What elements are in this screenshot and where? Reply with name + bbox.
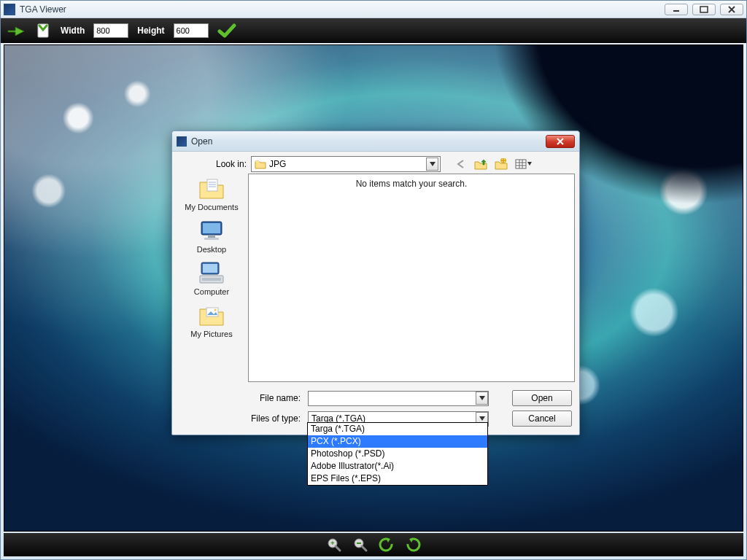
filetype-option[interactable]: PCX (*.PCX) — [308, 435, 487, 448]
svg-rect-21 — [208, 235, 215, 238]
svg-rect-26 — [202, 278, 221, 281]
svg-rect-0 — [673, 10, 679, 12]
window-controls — [665, 4, 743, 15]
place-label: Computer — [177, 287, 247, 296]
lookin-value: JPG — [269, 159, 423, 169]
desktop-icon — [197, 217, 226, 244]
open-file-button[interactable] — [7, 23, 26, 39]
close-button[interactable] — [720, 4, 743, 15]
open-arrow-icon — [7, 23, 26, 39]
zoom-out-icon — [352, 537, 368, 553]
lookin-row: Look in: JPG — [172, 152, 579, 174]
filetype-option[interactable]: Photoshop (*.PSD) — [308, 448, 487, 460]
view-menu-icon — [515, 158, 533, 170]
svg-rect-22 — [204, 238, 219, 240]
place-my-documents[interactable]: My Documents — [177, 175, 247, 211]
filetype-option[interactable]: Targa (*.TGA) — [308, 423, 487, 435]
width-input[interactable] — [93, 23, 128, 38]
cancel-button[interactable]: Cancel — [512, 411, 572, 427]
folder-pictures-icon — [197, 302, 226, 328]
dialog-body: My Documents Desktop — [177, 174, 575, 382]
place-computer[interactable]: Computer — [177, 260, 247, 296]
up-one-level-button[interactable] — [474, 158, 487, 170]
place-label: Desktop — [177, 245, 247, 254]
open-button[interactable]: Open — [512, 390, 572, 406]
zoom-in-icon: + — [326, 537, 342, 553]
view-menu-button[interactable] — [515, 158, 533, 170]
width-label: Width — [61, 26, 85, 36]
rotate-right-button[interactable] — [405, 537, 421, 553]
save-doc-icon — [34, 23, 52, 39]
svg-rect-1 — [700, 7, 708, 12]
rotate-left-button[interactable] — [379, 537, 395, 553]
height-input[interactable] — [174, 23, 209, 38]
apply-size-button[interactable] — [217, 23, 236, 39]
lookin-combo[interactable]: JPG — [251, 156, 441, 172]
maximize-icon — [700, 6, 708, 13]
folder-documents-icon — [197, 175, 226, 201]
filename-field[interactable] — [308, 391, 489, 406]
rotate-left-icon — [379, 537, 395, 553]
folder-up-icon — [474, 158, 487, 170]
computer-icon — [197, 260, 226, 286]
zoom-in-button[interactable]: + — [326, 537, 342, 553]
app-icon — [4, 4, 15, 15]
lookin-label: Look in: — [178, 159, 247, 169]
svg-line-4 — [336, 546, 340, 551]
chevron-down-icon — [430, 162, 436, 166]
svg-rect-10 — [516, 160, 526, 168]
place-label: My Pictures — [177, 330, 247, 338]
svg-rect-20 — [203, 223, 220, 233]
chevron-down-icon — [479, 416, 485, 421]
arrow-left-icon — [455, 159, 467, 169]
dialog-close-button[interactable] — [546, 135, 575, 148]
back-button[interactable] — [455, 159, 467, 169]
place-label: My Documents — [177, 203, 247, 211]
close-icon — [556, 138, 565, 145]
lookin-dropdown-arrow[interactable] — [426, 158, 438, 171]
rotate-right-icon — [405, 537, 421, 553]
chevron-down-icon — [479, 396, 485, 400]
check-icon — [217, 23, 236, 39]
app-title: TGA Viewer — [20, 4, 66, 15]
svg-rect-27 — [206, 308, 218, 316]
filename-dropdown-arrow[interactable] — [476, 392, 488, 405]
dialog-titlebar[interactable]: Open — [172, 131, 579, 152]
main-toolbar: Width Height — [1, 18, 746, 43]
open-dialog: Open Look in: JPG — [171, 131, 580, 435]
zoom-out-button[interactable] — [352, 537, 368, 553]
empty-message: No items match your search. — [356, 179, 468, 381]
maximize-button[interactable] — [692, 4, 716, 15]
main-titlebar: TGA Viewer — [1, 1, 746, 18]
dialog-nav-icons — [455, 158, 533, 170]
dialog-app-icon — [177, 136, 187, 147]
filetype-label: Files of type: — [177, 413, 301, 424]
new-folder-button[interactable] — [495, 158, 508, 170]
svg-line-7 — [362, 546, 366, 551]
minimize-button[interactable] — [665, 4, 688, 15]
svg-rect-15 — [207, 179, 217, 191]
filetype-dropdown-list[interactable]: Targa (*.TGA)PCX (*.PCX)Photoshop (*.PSD… — [307, 422, 488, 486]
svg-rect-24 — [203, 264, 217, 273]
minimize-icon — [672, 7, 681, 12]
svg-point-28 — [214, 309, 217, 311]
dialog-title: Open — [191, 136, 212, 147]
save-file-button[interactable] — [34, 23, 52, 39]
filetype-option[interactable]: Adobe Illustrator(*.Ai) — [308, 460, 487, 472]
svg-text:+: + — [330, 540, 334, 547]
height-label: Height — [137, 26, 164, 36]
filetype-option[interactable]: EPS Files (*.EPS) — [308, 472, 487, 485]
main-window: TGA Viewer Width Height — [0, 0, 747, 560]
close-icon — [727, 6, 736, 13]
place-my-pictures[interactable]: My Pictures — [177, 302, 247, 338]
file-list[interactable]: No items match your search. — [248, 174, 575, 382]
bottom-toolbar: + — [4, 533, 743, 556]
folder-new-icon — [495, 158, 508, 170]
places-bar: My Documents Desktop — [177, 174, 247, 382]
folder-icon — [255, 159, 266, 169]
filename-label: File name: — [177, 393, 301, 403]
place-desktop[interactable]: Desktop — [177, 217, 247, 254]
